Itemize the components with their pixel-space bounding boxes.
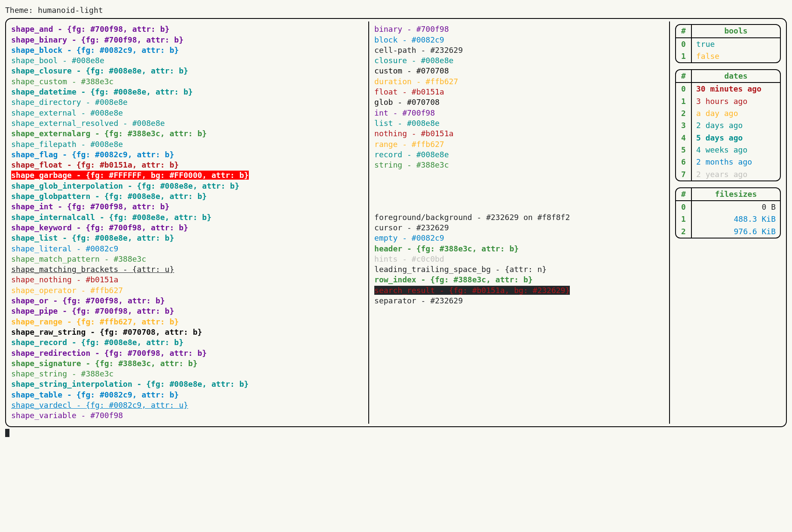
theme-entry: foreground/background - #232629 on #f8f8… — [374, 212, 664, 223]
theme-entry-text: shape_variable - #700f98 — [11, 411, 123, 420]
row-value: a day ago — [691, 107, 780, 119]
table-row: 2a day ago — [676, 107, 780, 119]
theme-entry-text: nothing - #b0151a — [374, 129, 453, 138]
row-index: 0 — [676, 38, 691, 50]
theme-entry: leading_trailing_space_bg - {attr: n} — [374, 264, 664, 275]
row-index: 0 — [676, 201, 691, 213]
theme-entry: cursor - #232629 — [374, 223, 664, 233]
theme-entry: shape_table - {fg: #0082c9, attr: b} — [11, 390, 363, 400]
table-row: 54 weeks ago — [676, 144, 780, 156]
row-index: 6 — [676, 156, 691, 168]
theme-entry-text: glob - #070708 — [374, 98, 440, 107]
theme-entry-text: range - #ffb627 — [374, 140, 444, 149]
table-row: 72 years ago — [676, 168, 780, 180]
theme-entry-text: shape_record - {fg: #008e8e, attr: b} — [11, 338, 183, 347]
theme-entry: shape_globpattern - {fg: #008e8e, attr: … — [11, 191, 363, 202]
theme-entry-text: shape_glob_interpolation - {fg: #008e8e,… — [11, 181, 239, 190]
table-row: 00 B — [676, 201, 780, 213]
theme-entry-text: shape_externalarg - {fg: #388e3c, attr: … — [11, 129, 207, 138]
theme-entry-text: shape_int - {fg: #700f98, attr: b} — [11, 202, 169, 211]
table-row: 45 days ago — [676, 132, 780, 144]
theme-entry-text: hints - #c0c0bd — [374, 254, 444, 263]
theme-entry: shape_record - {fg: #008e8e, attr: b} — [11, 337, 363, 348]
table-row: 1488.3 KiB — [676, 213, 780, 225]
theme-entry-text: shape_match_pattern - #388e3c — [11, 254, 146, 263]
theme-entry: shape_keyword - {fg: #700f98, attr: b} — [11, 223, 363, 233]
theme-entry: shape_operator - #ffb627 — [11, 285, 363, 296]
theme-entry-text: shape_internalcall - {fg: #008e8e, attr:… — [11, 213, 211, 222]
theme-entry: glob - #070708 — [374, 97, 664, 107]
table-row: 1false — [676, 50, 780, 62]
row-value: true — [691, 38, 780, 50]
theme-header: Theme: humanoid-light — [5, 5, 787, 15]
theme-entry-text: leading_trailing_space_bg - {attr: n} — [374, 265, 547, 274]
theme-entry: nothing - #b0151a — [374, 128, 664, 139]
bools-table: #bools0true1false — [675, 24, 781, 63]
theme-entry: shape_glob_interpolation - {fg: #008e8e,… — [11, 181, 363, 191]
theme-entry: shape_directory - #008e8e — [11, 97, 363, 107]
table-row: 62 months ago — [676, 156, 780, 168]
theme-entry: range - #ffb627 — [374, 139, 664, 150]
theme-entry-text: shape_datetime - {fg: #008e8e, attr: b} — [11, 87, 193, 96]
theme-entry: shape_variable - #700f98 — [11, 410, 363, 421]
row-value: 0 B — [691, 201, 780, 213]
theme-entry: shape_filepath - #008e8e — [11, 139, 363, 150]
theme-entry-text: record - #008e8e — [374, 150, 449, 159]
theme-entry: shape_vardecl - {fg: #0082c9, attr: u} — [11, 400, 363, 410]
row-index: 1 — [676, 95, 691, 107]
theme-entry: row_index - {fg: #388e3c, attr: b} — [374, 275, 664, 285]
theme-entry-text: header - {fg: #388e3c, attr: b} — [374, 244, 519, 253]
row-index: 1 — [676, 50, 691, 62]
theme-entry-text: shape_block - {fg: #0082c9, attr: b} — [11, 46, 179, 55]
row-index: 3 — [676, 119, 691, 131]
theme-entry-text: shape_table - {fg: #0082c9, attr: b} — [11, 390, 179, 399]
row-index: 4 — [676, 132, 691, 144]
theme-entry: shape_literal - #0082c9 — [11, 244, 363, 254]
theme-entry-text: shape_vardecl - {fg: #0082c9, attr: u} — [11, 401, 188, 410]
theme-entry: closure - #008e8e — [374, 55, 664, 66]
theme-entry-text: shape_float - {fg: #b0151a, attr: b} — [11, 160, 179, 169]
row-index: 1 — [676, 213, 691, 225]
theme-entry: shape_externalarg - {fg: #388e3c, attr: … — [11, 128, 363, 139]
theme-label: Theme: — [5, 6, 33, 15]
table-index-header: # — [676, 70, 691, 83]
theme-entry-text: shape_raw_string - {fg: #070708, attr: b… — [11, 327, 202, 336]
filesizes-table: #filesizes00 B1488.3 KiB2976.6 KiB — [675, 187, 781, 238]
theme-entry: shape_signature - {fg: #388e3c, attr: b} — [11, 358, 363, 369]
theme-entry-text: float - #b0151a — [374, 87, 444, 96]
row-value: 2 years ago — [691, 168, 780, 180]
row-value: 5 days ago — [691, 132, 780, 144]
shapes-column: shape_and - {fg: #700f98, attr: b}shape_… — [6, 21, 369, 423]
row-value: 488.3 KiB — [691, 213, 780, 225]
row-value: 30 minutes ago — [691, 83, 780, 95]
theme-entry: shape_closure - {fg: #008e8e, attr: b} — [11, 66, 363, 76]
theme-entry: shape_string_interpolation - {fg: #008e8… — [11, 379, 363, 389]
theme-entry-text: binary - #700f98 — [374, 24, 449, 34]
theme-entry: shape_pipe - {fg: #700f98, attr: b} — [11, 306, 363, 316]
theme-entry-text: shape_external - #008e8e — [11, 108, 123, 117]
theme-entry-text: shape_pipe - {fg: #700f98, attr: b} — [11, 306, 174, 315]
theme-entry: list - #008e8e — [374, 118, 664, 128]
theme-entry-text: shape_flag - {fg: #0082c9, attr: b} — [11, 150, 174, 159]
theme-entry: float - #b0151a — [374, 87, 664, 97]
theme-entry-text: shape_binary - {fg: #700f98, attr: b} — [11, 35, 183, 44]
theme-entry-text: shape_or - {fg: #700f98, attr: b} — [11, 296, 165, 305]
theme-entry-text: shape_redirection - {fg: #700f98, attr: … — [11, 349, 207, 358]
theme-entry: shape_or - {fg: #700f98, attr: b} — [11, 296, 363, 306]
row-value: 976.6 KiB — [691, 226, 780, 238]
theme-entry: block - #0082c9 — [374, 35, 664, 45]
theme-entry: empty - #0082c9 — [374, 233, 664, 243]
theme-entry-text: shape_signature - {fg: #388e3c, attr: b} — [11, 359, 197, 368]
theme-entry-text: shape_filepath - #008e8e — [11, 140, 123, 149]
theme-entry: shape_nothing - #b0151a — [11, 275, 363, 285]
theme-entry-text: int - #700f98 — [374, 108, 435, 117]
theme-entry-text: search_result - {fg: #b0151a, bg: #23262… — [374, 286, 570, 295]
theme-entry-text: shape_operator - #ffb627 — [11, 286, 123, 295]
theme-entry-text: shape_literal - #0082c9 — [11, 244, 118, 253]
theme-entry: duration - #ffb627 — [374, 76, 664, 87]
theme-entry-text: custom - #070708 — [374, 66, 449, 75]
theme-entry-text: shape_range - {fg: #ffb627, attr: b} — [11, 317, 179, 326]
theme-entry-text: shape_list - {fg: #008e8e, attr: b} — [11, 233, 174, 242]
theme-entry-text: shape_custom - #388e3c — [11, 77, 113, 86]
theme-entry-text: shape_matching_brackets - {attr: u} — [11, 265, 174, 274]
